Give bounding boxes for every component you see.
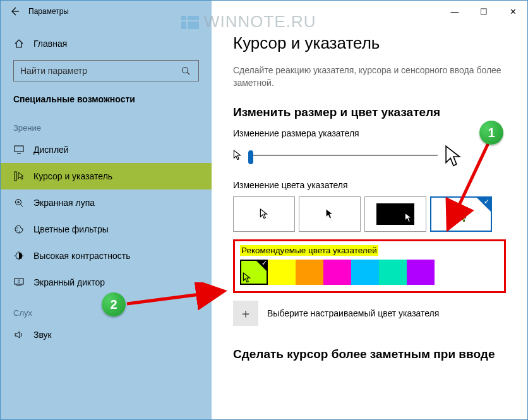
nav-color-filters[interactable]: Цветные фильтры (1, 216, 212, 243)
callout-1: 1 (479, 121, 503, 145)
pointer-size-slider[interactable] (248, 149, 438, 162)
nav-magnifier[interactable]: Экранная лупа (1, 189, 212, 216)
pointer-color-white[interactable] (233, 196, 295, 232)
contrast-icon (13, 251, 25, 261)
cursor-preview-icon (243, 272, 251, 284)
home-link[interactable]: Главная (1, 32, 212, 55)
svg-point-4 (16, 227, 18, 229)
group-vision: Зрение (1, 111, 212, 136)
svg-rect-8 (15, 279, 23, 284)
nav-display[interactable]: Дисплей (1, 136, 212, 163)
home-icon (13, 39, 25, 49)
display-icon (13, 145, 25, 154)
color-swatch[interactable] (351, 260, 379, 285)
svg-point-6 (19, 231, 20, 232)
color-label: Изменение цвета указателя (233, 180, 506, 190)
nav-label: Экранный диктор (33, 277, 105, 287)
titlebar: Параметры — ☐ ✕ (1, 1, 527, 22)
search-box[interactable] (13, 60, 199, 81)
close-button[interactable]: ✕ (498, 1, 527, 22)
color-swatch[interactable] (379, 260, 407, 285)
pointer-color-custom[interactable]: ✓ (430, 196, 492, 232)
svg-point-0 (183, 68, 188, 73)
palette-icon (13, 224, 25, 234)
color-swatch[interactable]: ✓ (240, 260, 268, 285)
maximize-button[interactable]: ☐ (469, 1, 498, 22)
section-size-color: Изменить размер и цвет указателя (233, 105, 506, 119)
small-cursor-icon (233, 150, 242, 161)
nav-label: Курсор и указатель (33, 171, 112, 181)
color-swatch[interactable] (407, 260, 435, 285)
recommended-colors-box: Рекомендуемые цвета указателей ✓ (233, 239, 506, 293)
custom-color-label: Выберите настраиваемый цвет указателя (267, 308, 439, 318)
large-cursor-icon (444, 145, 465, 166)
pointer-color-inverted[interactable] (364, 196, 426, 232)
plus-icon: ＋ (239, 305, 252, 322)
nav-label: Экранная лупа (33, 198, 95, 208)
nav-label: Цветные фильтры (33, 224, 109, 234)
page-title: Курсор и указатель (233, 33, 506, 53)
nav-narrator[interactable]: Экранный диктор (1, 269, 212, 296)
nav-label: Звук (33, 330, 52, 340)
color-swatch[interactable] (296, 260, 323, 285)
check-icon: ✓ (261, 259, 267, 267)
back-button[interactable] (1, 1, 28, 22)
minimize-button[interactable]: — (440, 1, 469, 22)
callout-2: 2 (102, 292, 126, 316)
page-description: Сделайте реакцию указателя, курсора и се… (233, 64, 506, 89)
cursor-icon (13, 171, 25, 181)
add-custom-color-button[interactable]: ＋ (233, 301, 258, 326)
sidebar: Главная Специальные возможности Зрение Д… (1, 1, 212, 419)
category-title: Специальные возможности (1, 90, 212, 111)
section-caret: Сделать курсор более заметным при вводе (233, 347, 506, 361)
size-label: Изменение размера указателя (233, 128, 506, 138)
svg-rect-2 (15, 172, 16, 181)
color-swatch[interactable] (323, 260, 351, 285)
search-input[interactable] (19, 65, 181, 76)
nav-label: Высокая контрастность (33, 251, 130, 261)
nav-sound[interactable]: Звук (1, 321, 212, 348)
recommended-title: Рекомендуемые цвета указателей (240, 245, 378, 256)
home-label: Главная (33, 39, 67, 49)
narrator-icon (13, 277, 25, 287)
color-wheel-icon (452, 205, 470, 223)
nav-label: Дисплей (33, 145, 69, 155)
speaker-icon (13, 330, 25, 340)
nav-cursor-pointer[interactable]: Курсор и указатель (1, 163, 212, 189)
window-title: Параметры (28, 7, 69, 16)
magnifier-icon (13, 198, 25, 208)
nav-high-contrast[interactable]: Высокая контрастность (1, 243, 212, 269)
svg-rect-1 (15, 146, 23, 152)
pointer-color-black[interactable] (299, 196, 361, 232)
svg-point-5 (16, 230, 18, 231)
search-icon (181, 66, 193, 76)
check-icon: ✓ (484, 198, 489, 206)
content: Курсор и указатель Сделайте реакцию указ… (212, 1, 527, 419)
color-swatch[interactable] (268, 260, 296, 285)
